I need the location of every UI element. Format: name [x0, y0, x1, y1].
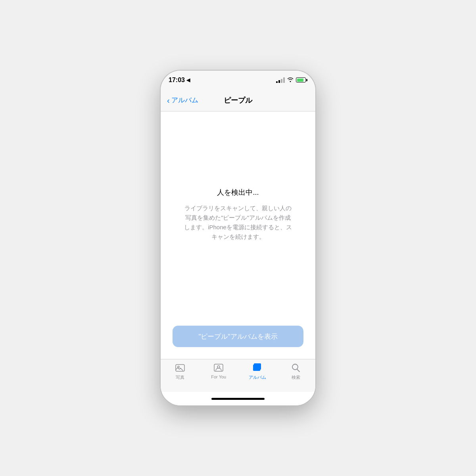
battery-fill: [297, 79, 303, 82]
tab-photos-label: 写真: [176, 374, 184, 380]
tab-bar: 写真 For You アルバム: [161, 359, 315, 392]
tab-search-label: 検索: [292, 374, 300, 380]
signal-bar-1: [276, 81, 278, 83]
phone-frame: 17:03 ◀: [161, 71, 315, 405]
signal-bar-2: [278, 80, 280, 83]
svg-point-6: [292, 364, 298, 370]
status-right: [276, 77, 307, 83]
tab-search[interactable]: 検索: [277, 363, 316, 380]
svg-point-1: [178, 366, 179, 368]
signal-bar-4: [283, 77, 285, 83]
signal-bars: [276, 77, 285, 83]
svg-rect-0: [176, 365, 184, 371]
photos-icon: [175, 363, 186, 373]
tab-albums[interactable]: アルバム: [238, 363, 277, 380]
location-icon: ◀: [186, 77, 190, 83]
signal-bar-3: [281, 79, 282, 83]
home-indicator: [161, 392, 315, 405]
back-chevron-icon: ‹: [167, 96, 170, 104]
button-area: "ピープル"アルバムを表示: [161, 318, 315, 359]
home-bar: [211, 398, 265, 400]
status-bar: 17:03 ◀: [161, 71, 315, 89]
time-display: 17:03: [169, 77, 185, 84]
page-title: ピープル: [224, 96, 252, 105]
wifi-icon: [287, 77, 294, 83]
tab-for-you[interactable]: For You: [200, 363, 238, 379]
tab-albums-label: アルバム: [249, 374, 266, 380]
detecting-title: 人を検出中...: [217, 188, 259, 197]
show-album-button[interactable]: "ピープル"アルバムを表示: [173, 326, 303, 347]
search-icon: [290, 363, 301, 373]
battery-icon: [296, 77, 307, 83]
back-label: アルバム: [171, 96, 198, 105]
back-button[interactable]: ‹ アルバム: [167, 96, 198, 105]
svg-rect-5: [253, 365, 260, 371]
main-content: 人を検出中... ライブラリをスキャンして、親しい人の写真を集めた"ピープル"ア…: [161, 111, 315, 318]
detecting-description: ライブラリをスキャンして、親しい人の写真を集めた"ピープル"アルバムを作成します…: [182, 203, 294, 242]
nav-bar: ‹ アルバム ピープル: [161, 89, 315, 111]
svg-point-3: [217, 366, 220, 368]
battery-tip: [306, 79, 307, 81]
tab-photos[interactable]: 写真: [161, 363, 200, 380]
for-you-icon: [213, 363, 224, 373]
tab-for-you-label: For You: [211, 374, 226, 379]
battery-body: [296, 77, 306, 83]
status-time: 17:03 ◀: [169, 77, 190, 84]
albums-icon: [252, 363, 263, 373]
